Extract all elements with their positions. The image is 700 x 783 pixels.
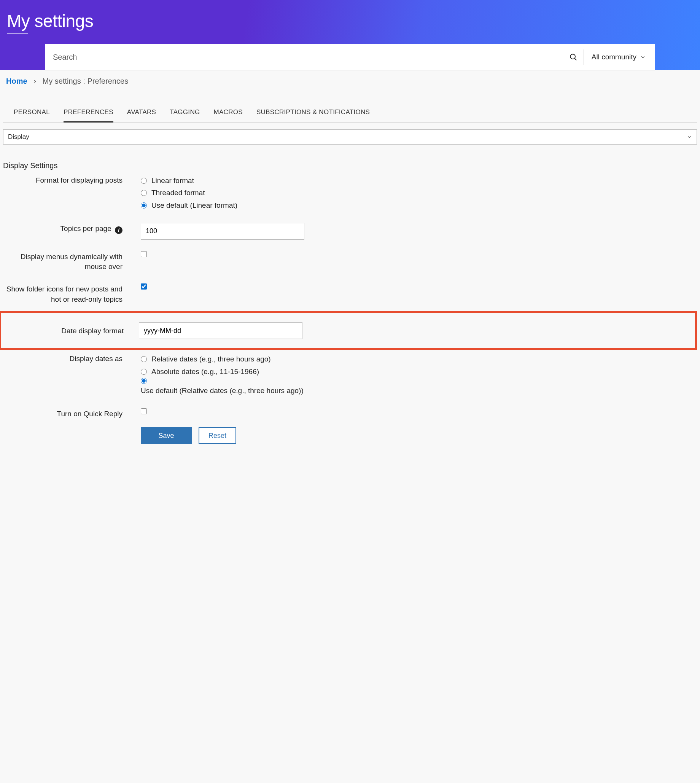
chevron-down-icon	[640, 54, 646, 60]
checkbox-quick-reply-input[interactable]	[141, 408, 147, 414]
radio-default-dates-input[interactable]	[141, 378, 147, 384]
label-display-dates-as: Display dates as	[3, 353, 141, 364]
tab-preferences[interactable]: PREFERENCES	[63, 105, 113, 123]
chevron-right-icon	[33, 79, 37, 84]
checkbox-folder-icons[interactable]	[141, 283, 697, 290]
tab-macros[interactable]: MACROS	[213, 105, 242, 123]
breadcrumb: Home My settings : Preferences	[0, 70, 700, 89]
radio-absolute-dates-input[interactable]	[141, 369, 147, 375]
subsection-selected: Display	[8, 133, 29, 141]
radio-default-dates-label: Use default (Relative dates (e.g., three…	[141, 385, 303, 397]
search-scope-select[interactable]: All community	[584, 44, 655, 70]
tabs-nav: PERSONAL PREFERENCES AVATARS TAGGING MAC…	[3, 105, 697, 123]
row-topics-per-page: Topics per page i	[3, 223, 697, 240]
tab-avatars[interactable]: AVATARS	[127, 105, 156, 123]
radio-linear-format[interactable]: Linear format	[141, 175, 697, 187]
radio-relative-dates[interactable]: Relative dates (e.g., three hours ago)	[141, 353, 697, 365]
label-topics-per-page: Topics per page i	[3, 223, 141, 234]
checkbox-dynamic-menus-input[interactable]	[141, 251, 147, 257]
title-underline	[7, 33, 28, 34]
row-format-posts: Format for displaying posts Linear forma…	[3, 175, 697, 212]
tab-tagging[interactable]: TAGGING	[170, 105, 200, 123]
radio-relative-dates-input[interactable]	[141, 356, 147, 362]
search-scope-label: All community	[592, 53, 637, 61]
svg-point-0	[570, 54, 575, 59]
radio-relative-dates-label: Relative dates (e.g., three hours ago)	[152, 353, 271, 365]
label-topics-per-page-text: Topics per page	[60, 225, 112, 232]
breadcrumb-current: My settings : Preferences	[43, 77, 128, 86]
checkbox-quick-reply[interactable]	[141, 408, 697, 414]
radio-threaded-format-input[interactable]	[141, 190, 147, 196]
breadcrumb-home[interactable]: Home	[6, 77, 27, 86]
info-icon[interactable]: i	[115, 227, 122, 234]
reset-button[interactable]: Reset	[198, 427, 236, 444]
checkbox-dynamic-menus[interactable]	[141, 251, 697, 257]
save-button[interactable]: Save	[141, 427, 192, 444]
tab-personal[interactable]: PERSONAL	[14, 105, 50, 123]
radio-linear-format-input[interactable]	[141, 178, 147, 184]
subsection-select[interactable]: Display	[3, 129, 697, 145]
label-date-format: Date display format	[4, 325, 139, 337]
svg-line-1	[575, 58, 577, 60]
highlighted-date-format-row: Date display format	[0, 311, 697, 350]
radio-absolute-dates[interactable]: Absolute dates (e.g., 11-15-1966)	[141, 366, 697, 378]
radio-absolute-dates-label: Absolute dates (e.g., 11-15-1966)	[152, 366, 259, 378]
radio-threaded-format-label: Threaded format	[152, 187, 205, 199]
radio-threaded-format[interactable]: Threaded format	[141, 187, 697, 199]
row-dynamic-menus: Display menus dynamically with mouse ove…	[3, 251, 697, 272]
topics-per-page-input[interactable]	[141, 223, 304, 240]
radio-linear-format-label: Linear format	[152, 175, 194, 187]
radio-default-format[interactable]: Use default (Linear format)	[141, 199, 697, 212]
tab-subscriptions[interactable]: SUBSCRIPTIONS & NOTIFICATIONS	[257, 105, 370, 123]
label-folder-icons: Show folder icons for new posts and hot …	[3, 283, 141, 304]
checkbox-folder-icons-input[interactable]	[141, 283, 147, 290]
label-format-posts: Format for displaying posts	[3, 175, 141, 186]
row-folder-icons: Show folder icons for new posts and hot …	[3, 283, 697, 304]
label-quick-reply: Turn on Quick Reply	[3, 408, 141, 419]
radio-default-format-input[interactable]	[141, 202, 147, 208]
radio-default-format-label: Use default (Linear format)	[152, 199, 237, 212]
radio-default-dates[interactable]: Use default (Relative dates (e.g., three…	[141, 378, 697, 397]
row-display-dates-as: Display dates as Relative dates (e.g., t…	[3, 353, 697, 397]
search-bar: All community	[45, 44, 655, 70]
page-title: My settings	[7, 11, 693, 31]
section-title: Display Settings	[3, 161, 697, 170]
hero-banner: My settings All community	[0, 0, 700, 70]
row-quick-reply: Turn on Quick Reply Save Reset	[3, 408, 697, 444]
content-area: PERSONAL PREFERENCES AVATARS TAGGING MAC…	[0, 89, 700, 455]
search-input[interactable]	[45, 44, 563, 70]
search-icon[interactable]	[563, 53, 583, 61]
label-dynamic-menus: Display menus dynamically with mouse ove…	[3, 251, 141, 272]
chevron-down-icon	[687, 134, 692, 140]
date-format-input[interactable]	[139, 322, 302, 339]
